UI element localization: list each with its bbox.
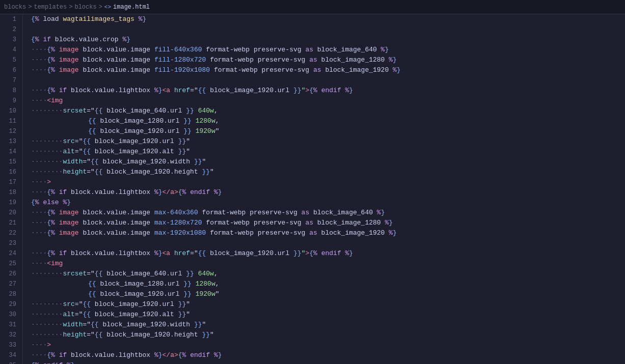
code-line-31: ········width="{{ block_image_1920.width… [31, 320, 625, 330]
line-num-18: 18 [4, 187, 16, 198]
line-num-9: 9 [4, 96, 16, 106]
breadcrumb-sep-2: > [69, 4, 72, 11]
code-line-12: {{ block_image_1920.url }} 1920w" [31, 126, 625, 136]
code-line-32: ········height="{{ block_image_1920.heig… [31, 330, 625, 340]
line-num-10: 10 [4, 106, 16, 116]
code-line-24: ····{% if block.value.lightbox %}<a href… [31, 248, 625, 259]
breadcrumb-item-templates[interactable]: templates [34, 4, 67, 11]
code-area[interactable]: {% load wagtailimages_tags %} {% if bloc… [23, 14, 625, 364]
code-line-23 [31, 238, 625, 248]
line-num-33: 33 [4, 340, 16, 350]
line-num-3: 3 [4, 35, 16, 45]
code-line-19: {% else %} [31, 198, 625, 208]
code-line-20: ····{% image block.value.image max-640x3… [31, 208, 625, 218]
code-line-18: ····{% if block.value.lightbox %}</a>{% … [31, 187, 625, 198]
line-num-20: 20 [4, 208, 16, 218]
line-num-2: 2 [4, 24, 16, 35]
line-num-17: 17 [4, 177, 16, 187]
line-num-7: 7 [4, 75, 16, 86]
breadcrumb-item-blocks[interactable]: blocks [4, 4, 26, 11]
code-line-8: ····{% if block.value.lightbox %}<a href… [31, 86, 625, 96]
breadcrumb-item-blocks2[interactable]: blocks [74, 4, 96, 11]
breadcrumb-sep-1: > [28, 4, 32, 11]
line-num-30: 30 [4, 310, 16, 320]
code-line-28: {{ block_image_1920.url }} 1920w" [31, 289, 625, 299]
line-num-14: 14 [4, 147, 16, 157]
code-line-10: ········srcset="{{ block_image_640.url }… [31, 106, 625, 116]
code-line-29: ········src="{{ block_image_1920.url }}" [31, 299, 625, 310]
code-line-25: ····<img [31, 259, 625, 269]
breadcrumb-sep-3: > [99, 4, 102, 11]
line-num-4: 4 [4, 45, 16, 55]
line-num-29: 29 [4, 299, 16, 310]
line-num-1: 1 [4, 14, 16, 24]
line-numbers: 1 2 3 4 5 6 7 8 9 10 11 12 13 14 15 16 1… [0, 14, 23, 364]
line-num-22: 22 [4, 228, 16, 238]
code-line-6: ····{% image block.value.image fill-1920… [31, 65, 625, 75]
line-num-24: 24 [4, 248, 16, 259]
code-line-5: ····{% image block.value.image fill-1280… [31, 55, 625, 65]
line-num-25: 25 [4, 259, 16, 269]
line-num-34: 34 [4, 350, 16, 360]
code-line-27: {{ block_image_1280.url }} 1280w, [31, 279, 625, 289]
line-num-19: 19 [4, 198, 16, 208]
code-line-30: ········alt="{{ block_image_1920.alt }}" [31, 310, 625, 320]
code-line-15: ········width="{{ block_image_1920.width… [31, 157, 625, 167]
code-line-4: ····{% image block.value.image fill-640x… [31, 45, 625, 55]
code-line-35: {% endif %} [31, 360, 625, 364]
line-num-8: 8 [4, 86, 16, 96]
line-num-35: 35 [4, 360, 16, 364]
breadcrumb-icon: <> [104, 4, 111, 10]
line-num-6: 6 [4, 65, 16, 75]
line-num-32: 32 [4, 330, 16, 340]
code-line-3: {% if block.value.crop %} [31, 35, 625, 45]
line-num-15: 15 [4, 157, 16, 167]
code-line-9: ····<img [31, 96, 625, 106]
line-num-16: 16 [4, 167, 16, 177]
code-line-14: ········alt="{{ block_image_1920.alt }}" [31, 147, 625, 157]
code-line-17: ····> [31, 177, 625, 187]
line-num-5: 5 [4, 55, 16, 65]
line-num-28: 28 [4, 289, 16, 299]
line-num-26: 26 [4, 269, 16, 279]
code-line-11: {{ block_image_1280.url }} 1280w, [31, 116, 625, 126]
code-line-7 [31, 75, 625, 86]
line-num-13: 13 [4, 136, 16, 147]
breadcrumb: blocks > templates > blocks > <> image.h… [4, 4, 150, 11]
line-num-31: 31 [4, 320, 16, 330]
code-line-21: ····{% image block.value.image max-1280x… [31, 218, 625, 228]
code-line-16: ········height="{{ block_image_1920.heig… [31, 167, 625, 177]
line-num-12: 12 [4, 126, 16, 136]
code-line-33: ····> [31, 340, 625, 350]
breadcrumb-item-file[interactable]: image.html [113, 4, 150, 11]
line-num-11: 11 [4, 116, 16, 126]
code-line-34: ····{% if block.value.lightbox %}</a>{% … [31, 350, 625, 360]
code-line-2 [31, 24, 625, 35]
code-line-1: {% load wagtailimages_tags %} [31, 14, 625, 24]
code-line-13: ········src="{{ block_image_1920.url }}" [31, 136, 625, 147]
code-line-26: ········srcset="{{ block_image_640.url }… [31, 269, 625, 279]
line-num-23: 23 [4, 238, 16, 248]
line-num-21: 21 [4, 218, 16, 228]
code-line-22: ····{% image block.value.image max-1920x… [31, 228, 625, 238]
editor-container: 1 2 3 4 5 6 7 8 9 10 11 12 13 14 15 16 1… [0, 14, 625, 364]
tab-bar: blocks > templates > blocks > <> image.h… [0, 0, 625, 14]
line-num-27: 27 [4, 279, 16, 289]
